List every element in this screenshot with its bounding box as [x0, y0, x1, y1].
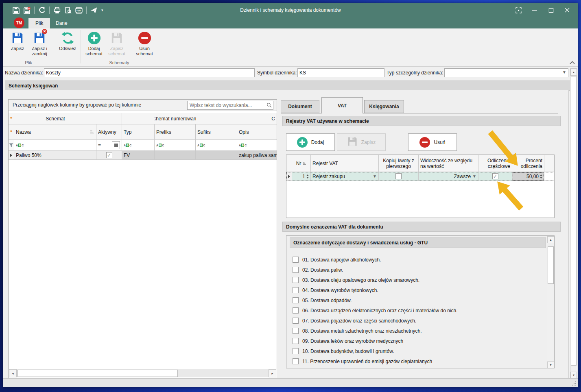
save-icon[interactable]: [12, 7, 20, 14]
app-logo[interactable]: TM: [14, 17, 24, 28]
cell-prefiks[interactable]: [155, 151, 196, 160]
column-header-prefiks[interactable]: Prefiks: [155, 124, 196, 140]
scroll-down-icon[interactable]: ▼: [547, 362, 554, 368]
filter-cell-sufiks[interactable]: ABC: [196, 140, 237, 151]
gtu-checkbox[interactable]: [293, 307, 299, 314]
fit-window-icon[interactable]: [510, 3, 526, 17]
maximize-icon[interactable]: [543, 3, 559, 17]
cell-odliczenie[interactable]: ✓: [478, 172, 512, 181]
send-icon[interactable]: [90, 7, 98, 14]
scroll-down-icon[interactable]: ▼: [570, 372, 577, 379]
journal-symbol-input[interactable]: [297, 68, 384, 77]
gtu-item[interactable]: 07. Dostawa pojazdów oraz części samocho…: [287, 316, 546, 326]
group-by-panel[interactable]: Przeciągnij nagłówek kolumny by grupować…: [9, 100, 277, 111]
gtu-item[interactable]: 05. Dostawa odpadów.: [287, 295, 546, 305]
resize-grip-icon[interactable]: [572, 381, 577, 386]
gtu-checkbox[interactable]: [293, 318, 299, 324]
band-schemat[interactable]: Schemat: [14, 113, 96, 124]
gtu-item[interactable]: 03. Dostawa oleju opałowego oraz olejów …: [287, 275, 546, 285]
scroll-right-icon[interactable]: ►: [269, 369, 276, 377]
kopiuj-checkbox[interactable]: [395, 173, 402, 179]
delete-schema-button[interactable]: Usuń schemat: [133, 30, 155, 56]
column-header-sufiks[interactable]: Sufiks: [196, 124, 237, 140]
cell-kopiuj[interactable]: [379, 172, 419, 181]
chevron-down-icon[interactable]: ▼: [472, 174, 476, 179]
gtu-checkbox[interactable]: [293, 267, 299, 273]
gtu-item[interactable]: 04. Dostawa wyrobów tytoniowych.: [287, 285, 546, 295]
band-schemat-span[interactable]: [96, 113, 122, 124]
close-icon[interactable]: [559, 3, 575, 17]
band-numerowania-mid[interactable]: Schemat numerowania: [155, 113, 196, 124]
refresh-icon[interactable]: [38, 7, 46, 14]
filter-cell-aktywny[interactable]: =: [96, 140, 122, 151]
gtu-checkbox[interactable]: [293, 328, 299, 334]
filter-cell-typ[interactable]: ABC: [122, 140, 155, 151]
minimize-icon[interactable]: [526, 3, 543, 17]
cell-opis[interactable]: zakup paliwa sam: [237, 151, 277, 160]
gtu-item[interactable]: 11. Przenoszenie uprawnień do emisji gaz…: [287, 356, 546, 366]
send-dropdown-icon[interactable]: ▾: [101, 8, 103, 12]
column-header-procent[interactable]: Procent odliczenia: [512, 155, 544, 172]
filter-checkbox-indeterminate[interactable]: [112, 141, 120, 149]
search-icon[interactable]: [266, 102, 272, 109]
column-header-aktywny[interactable]: Aktywny: [96, 124, 122, 140]
table-row[interactable]: Paliwo 50% ✓ FV zakup paliwa sam: [9, 151, 277, 160]
scrollbar-thumb[interactable]: [17, 370, 178, 377]
spinner-icon[interactable]: [306, 174, 309, 179]
filter-cell-prefiks[interactable]: ABC: [155, 140, 196, 151]
journal-name-input[interactable]: [44, 68, 255, 77]
gtu-item[interactable]: 06. Dostawa urządzeń elektronicznych ora…: [287, 305, 546, 316]
tab-ksiegowania[interactable]: Księgowania: [364, 100, 404, 113]
add-schema-button[interactable]: Dodaj schemat: [83, 30, 105, 56]
filter-cell-opis[interactable]: ABC: [237, 140, 277, 151]
odliczenie-checkbox[interactable]: ✓: [492, 173, 498, 179]
ribbon-tab-plik[interactable]: Plik: [28, 18, 50, 28]
ribbon-tab-dane[interactable]: Dane: [49, 18, 74, 28]
cell-typ[interactable]: FV: [122, 151, 155, 160]
save-button[interactable]: Zapisz: [7, 30, 28, 51]
scrollbar-thumb[interactable]: [548, 246, 554, 284]
band-third[interactable]: C: [237, 113, 277, 124]
gtu-checkbox[interactable]: [293, 257, 299, 263]
scroll-left-icon[interactable]: ◄: [9, 369, 17, 377]
band-numerowania-end[interactable]: [196, 113, 237, 124]
save-and-close-icon[interactable]: [23, 7, 31, 14]
save-schema-button[interactable]: Zapisz schemat: [106, 30, 128, 56]
scroll-up-icon[interactable]: ▲: [547, 236, 554, 243]
save-row-button[interactable]: Zapisz: [337, 133, 386, 151]
filter-cell-nazwa[interactable]: ABC: [14, 140, 96, 151]
search-input[interactable]: [189, 102, 264, 109]
tab-vat[interactable]: VAT: [321, 97, 363, 113]
column-header-opis[interactable]: Opis: [237, 124, 277, 140]
column-header-kopiuj[interactable]: Kopiuj kwoty z pierwszego: [379, 155, 419, 172]
tab-dokument[interactable]: Dokument: [281, 100, 319, 113]
export-pdf-icon[interactable]: PDF: [75, 7, 83, 14]
aktywny-checkbox[interactable]: ✓: [106, 152, 112, 158]
column-header-nazwa[interactable]: Nazwa: [14, 124, 96, 140]
cell-nazwa[interactable]: Paliwo 50%: [14, 151, 96, 160]
scroll-up-icon[interactable]: ▲: [570, 69, 577, 76]
gtu-checkbox[interactable]: [293, 277, 299, 283]
vat-table-row[interactable]: 1 Rejestr zakupu ▼ Zawsze ▼ ✓ 50,00: [286, 172, 554, 181]
cell-aktywny[interactable]: ✓: [96, 151, 122, 160]
delete-row-button[interactable]: Usuń: [408, 133, 457, 151]
print-icon[interactable]: [53, 7, 61, 14]
cell-widocznosc[interactable]: Zawsze ▼: [419, 172, 478, 181]
add-button[interactable]: Dodaj: [286, 133, 335, 151]
scrollbar-thumb[interactable]: [571, 76, 577, 366]
band-numerowania[interactable]: [122, 113, 155, 124]
gtu-checkbox[interactable]: [293, 348, 299, 354]
print-preview-icon[interactable]: [64, 7, 72, 14]
gtu-checkbox[interactable]: [293, 338, 299, 344]
gtu-item[interactable]: 09. Dostawa leków oraz wyrobów medycznyc…: [287, 336, 546, 346]
column-header-rejestr-vat[interactable]: Rejestr VAT: [311, 155, 379, 172]
save-and-close-button[interactable]: ✕ Zapisz i zamknij: [28, 30, 50, 56]
column-header-widocznosc[interactable]: Widoczność ze względu na wartość: [419, 155, 478, 172]
cell-nr[interactable]: 1: [292, 172, 311, 181]
refresh-button[interactable]: Odśwież: [57, 30, 79, 51]
collapse-ribbon-icon[interactable]: [570, 60, 575, 65]
gtu-item-partial[interactable]: [287, 366, 552, 368]
gtu-item[interactable]: 10. Dostawa budynków, budowli i gruntów.: [287, 346, 546, 356]
gtu-item[interactable]: 02. Dostawa paliw.: [287, 265, 546, 275]
journal-type-dropdown[interactable]: ▼: [444, 68, 568, 77]
